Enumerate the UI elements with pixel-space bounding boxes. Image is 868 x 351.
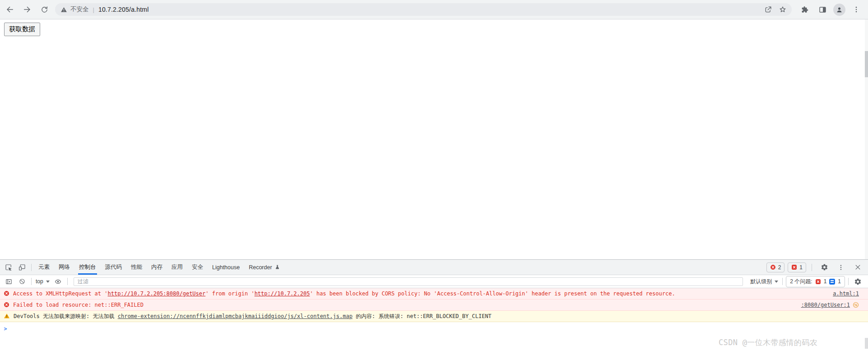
side-panel-button[interactable] <box>815 2 830 17</box>
security-label: 不安全 <box>70 5 89 14</box>
clear-console-button[interactable] <box>15 275 29 288</box>
tab-memory[interactable]: 内存 <box>147 260 167 275</box>
chevron-down-icon <box>775 281 778 283</box>
tab-elements[interactable]: 元素 <box>34 260 54 275</box>
url-text: 10.7.2.205/a.html <box>98 6 149 13</box>
log-level-value: 默认级别 <box>750 278 772 285</box>
error-circle-icon <box>4 290 9 296</box>
kebab-menu-icon <box>852 5 860 14</box>
chevron-down-icon <box>46 281 50 283</box>
origin-url-link[interactable]: http://10.7.2.205 <box>255 290 310 297</box>
divider <box>848 278 849 285</box>
tab-console[interactable]: 控制台 <box>74 260 101 275</box>
toolbar-right-group <box>797 2 863 17</box>
omnibox-actions <box>762 3 789 16</box>
console-prompt[interactable]: > <box>0 322 868 335</box>
fetch-data-button[interactable]: 获取数据 <box>4 23 40 36</box>
console-settings-button[interactable] <box>851 275 864 288</box>
security-warning-icon[interactable] <box>60 6 67 13</box>
tab-lighthouse[interactable]: Lighthouse <box>208 260 244 275</box>
nav-button-group <box>3 2 51 17</box>
url-divider: | <box>93 6 94 13</box>
address-bar[interactable]: 不安全 | 10.7.2.205/a.html <box>55 3 792 16</box>
gear-icon <box>821 263 828 271</box>
inspect-element-button[interactable] <box>2 261 15 274</box>
extensions-button[interactable] <box>797 2 812 17</box>
divider <box>67 278 68 285</box>
tab-network[interactable]: 网络 <box>54 260 74 275</box>
context-selector-value: top <box>36 278 43 285</box>
source-link[interactable]: :8080/getUser:1 <box>801 301 850 309</box>
close-icon <box>854 264 861 271</box>
tab-security[interactable]: 安全 <box>187 260 208 275</box>
sourcemap-url-link[interactable]: chrome-extension://ncennffkjdiamlpmcbajk… <box>118 313 353 319</box>
warning-triangle-icon <box>4 313 10 319</box>
share-button[interactable] <box>762 3 775 16</box>
profile-avatar[interactable] <box>833 4 845 16</box>
console-warning-sourcemap: DevTools 无法加载来源映射: 无法加载 chrome-extension… <box>0 311 868 322</box>
msg-fragment: ' from origin ' <box>205 290 254 297</box>
msg-fragment: Access to XMLHttpRequest at ' <box>13 290 108 297</box>
tab-performance[interactable]: 性能 <box>126 260 147 275</box>
console-error-failed-resource: Failed to load resource: net::ERR_FAILED… <box>0 300 868 311</box>
context-selector[interactable]: top <box>34 278 51 285</box>
tab-recorder-label: Recorder <box>249 264 272 271</box>
network-request-icon[interactable] <box>853 302 859 308</box>
console-sidebar-toggle[interactable] <box>2 275 15 288</box>
issues-counter[interactable]: 2 个问题: 1 1 <box>786 276 845 287</box>
log-level-selector[interactable]: 默认级别 <box>748 278 780 285</box>
warning-message-text: DevTools 无法加载来源映射: 无法加载 chrome-extension… <box>14 313 859 320</box>
issue-error-icon <box>815 279 821 285</box>
devtools-tabbar: 元素 网络 控制台 源代码 性能 内存 应用 安全 Lighthouse Rec… <box>0 260 868 275</box>
error-message-text: Access to XMLHttpRequest at 'http://10.7… <box>13 290 825 297</box>
console-scrollbar-thumb[interactable] <box>865 338 868 349</box>
gear-icon <box>854 278 862 285</box>
bookmark-star-icon <box>779 5 787 14</box>
issues-message-count: 1 <box>838 278 841 285</box>
issues-counter-label: 2 个问题: <box>790 278 812 285</box>
console-messages: Access to XMLHttpRequest at 'http://10.7… <box>0 288 868 351</box>
devtools-settings-button[interactable] <box>817 261 831 274</box>
console-error-cors: Access to XMLHttpRequest at 'http://10.7… <box>0 288 868 300</box>
error-circle-icon <box>770 264 776 270</box>
bookmark-button[interactable] <box>776 3 789 16</box>
devtools-menu-button[interactable] <box>834 261 848 274</box>
back-button[interactable] <box>3 2 17 17</box>
console-toolbar: top 默认级别 2 个问题: 1 1 <box>0 275 868 288</box>
msg-fragment: ' has been blocked by CORS policy: No 'A… <box>310 290 675 297</box>
watermark-text: CSDN @一位木带感情的码农 <box>719 337 817 348</box>
prompt-chevron-icon: > <box>4 325 7 332</box>
devtools-tabbar-right: 2 1 <box>766 260 864 275</box>
console-filter-input[interactable] <box>74 277 743 286</box>
error-circle-icon <box>4 302 9 308</box>
source-link[interactable]: a.html:1 <box>825 290 859 297</box>
forward-button[interactable] <box>20 2 34 17</box>
browser-toolbar: 不安全 | 10.7.2.205/a.html <box>0 0 868 19</box>
devtools-close-button[interactable] <box>851 261 864 274</box>
scrollbar-thumb[interactable] <box>865 51 868 77</box>
console-sidebar-icon <box>5 278 13 285</box>
source-link-group: :8080/getUser:1 <box>793 301 859 309</box>
tab-sources[interactable]: 源代码 <box>101 260 127 275</box>
browser-menu-button[interactable] <box>849 2 863 17</box>
side-panel-icon <box>818 5 827 14</box>
experiment-beaker-icon <box>274 264 280 270</box>
request-url-link[interactable]: http://10.7.2.205:8080/getUser <box>108 290 206 297</box>
device-toolbar-button[interactable] <box>15 261 29 274</box>
inspect-cursor-icon <box>5 263 13 271</box>
live-expression-button[interactable] <box>51 275 65 288</box>
console-error-badge[interactable]: 2 <box>766 262 785 272</box>
msg-fragment: DevTools 无法加载来源映射: 无法加载 <box>14 313 118 319</box>
error-count: 2 <box>778 264 781 271</box>
profile-person-icon <box>836 6 843 14</box>
page-scrollbar[interactable] <box>865 19 868 259</box>
tab-recorder[interactable]: Recorder <box>244 260 284 275</box>
forward-icon <box>23 5 32 14</box>
error-message-text: Failed to load resource: net::ERR_FAILED <box>13 301 793 309</box>
reload-button[interactable] <box>37 2 51 17</box>
clear-console-icon <box>19 278 26 285</box>
divider <box>812 264 812 271</box>
back-icon <box>5 5 14 14</box>
tab-application[interactable]: 应用 <box>167 260 187 275</box>
issues-badge[interactable]: 1 <box>788 262 806 272</box>
